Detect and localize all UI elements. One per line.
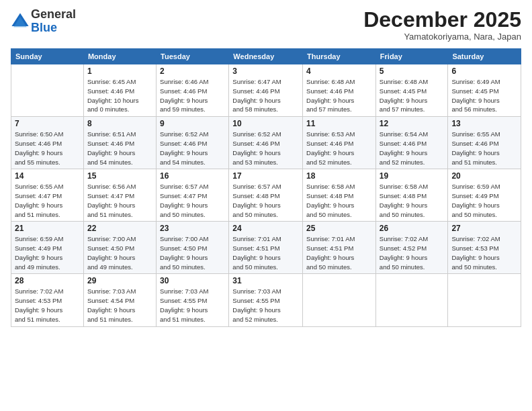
day-number: 24 bbox=[232, 224, 299, 233]
header-tuesday: Tuesday bbox=[157, 49, 229, 64]
calendar-cell: 17Sunrise: 6:57 AMSunset: 4:48 PMDayligh… bbox=[229, 169, 303, 222]
calendar-cell: 31Sunrise: 7:03 AMSunset: 4:55 PMDayligh… bbox=[229, 274, 303, 326]
header: General Blue December 2025 Yamatokoriyam… bbox=[11, 8, 521, 42]
day-number: 3 bbox=[232, 66, 299, 76]
calendar-cell: 6Sunrise: 6:49 AMSunset: 4:45 PMDaylight… bbox=[448, 64, 521, 117]
day-info: Sunrise: 7:00 AMSunset: 4:50 PMDaylight:… bbox=[87, 234, 152, 271]
day-info: Sunrise: 6:58 AMSunset: 4:48 PMDaylight:… bbox=[306, 182, 372, 219]
calendar-cell: 25Sunrise: 7:01 AMSunset: 4:51 PMDayligh… bbox=[303, 222, 376, 274]
calendar-cell: 28Sunrise: 7:02 AMSunset: 4:53 PMDayligh… bbox=[11, 274, 84, 326]
header-friday: Friday bbox=[375, 49, 448, 64]
day-info: Sunrise: 6:55 AMSunset: 4:46 PMDaylight:… bbox=[451, 130, 517, 167]
logo-icon bbox=[11, 12, 30, 31]
calendar-week-0: 1Sunrise: 6:45 AMSunset: 4:46 PMDaylight… bbox=[11, 64, 521, 117]
day-number: 30 bbox=[160, 276, 225, 285]
calendar-cell: 4Sunrise: 6:48 AMSunset: 4:46 PMDaylight… bbox=[303, 64, 376, 117]
calendar-cell: 18Sunrise: 6:58 AMSunset: 4:48 PMDayligh… bbox=[303, 169, 376, 222]
calendar-cell bbox=[303, 274, 376, 326]
day-number: 31 bbox=[232, 276, 299, 285]
calendar-cell: 27Sunrise: 7:02 AMSunset: 4:53 PMDayligh… bbox=[448, 222, 521, 274]
header-sunday: Sunday bbox=[11, 49, 84, 64]
calendar-cell: 1Sunrise: 6:45 AMSunset: 4:46 PMDaylight… bbox=[83, 64, 156, 117]
calendar-cell: 3Sunrise: 6:47 AMSunset: 4:46 PMDaylight… bbox=[229, 64, 303, 117]
day-info: Sunrise: 6:57 AMSunset: 4:47 PMDaylight:… bbox=[160, 182, 225, 219]
day-number: 22 bbox=[87, 224, 152, 233]
day-info: Sunrise: 6:48 AMSunset: 4:45 PMDaylight:… bbox=[380, 77, 445, 114]
header-saturday: Saturday bbox=[448, 49, 521, 64]
day-info: Sunrise: 6:52 AMSunset: 4:46 PMDaylight:… bbox=[160, 130, 225, 167]
day-number: 15 bbox=[87, 171, 152, 181]
day-info: Sunrise: 6:48 AMSunset: 4:46 PMDaylight:… bbox=[306, 77, 372, 114]
calendar-cell: 30Sunrise: 7:03 AMSunset: 4:55 PMDayligh… bbox=[157, 274, 229, 326]
day-info: Sunrise: 6:46 AMSunset: 4:46 PMDaylight:… bbox=[160, 77, 225, 114]
logo: General Blue bbox=[11, 8, 76, 35]
calendar-cell: 2Sunrise: 6:46 AMSunset: 4:46 PMDaylight… bbox=[157, 64, 229, 117]
header-wednesday: Wednesday bbox=[229, 49, 303, 64]
day-number: 23 bbox=[160, 224, 225, 233]
day-info: Sunrise: 6:47 AMSunset: 4:46 PMDaylight:… bbox=[232, 77, 299, 114]
day-number: 5 bbox=[380, 66, 445, 76]
day-info: Sunrise: 6:45 AMSunset: 4:46 PMDaylight:… bbox=[87, 77, 152, 114]
day-info: Sunrise: 6:55 AMSunset: 4:47 PMDaylight:… bbox=[15, 182, 80, 219]
calendar-week-1: 7Sunrise: 6:50 AMSunset: 4:46 PMDaylight… bbox=[11, 117, 521, 169]
day-number: 6 bbox=[451, 66, 517, 76]
title-block: December 2025 Yamatokoriyama, Nara, Japa… bbox=[363, 8, 521, 42]
calendar-cell: 16Sunrise: 6:57 AMSunset: 4:47 PMDayligh… bbox=[157, 169, 229, 222]
day-info: Sunrise: 7:03 AMSunset: 4:55 PMDaylight:… bbox=[160, 287, 225, 324]
logo-text: General Blue bbox=[31, 8, 76, 35]
day-info: Sunrise: 7:00 AMSunset: 4:50 PMDaylight:… bbox=[160, 234, 225, 271]
calendar-table: Sunday Monday Tuesday Wednesday Thursday… bbox=[11, 48, 521, 326]
subtitle: Yamatokoriyama, Nara, Japan bbox=[363, 32, 521, 42]
calendar-cell: 11Sunrise: 6:53 AMSunset: 4:46 PMDayligh… bbox=[303, 117, 376, 169]
calendar-cell: 15Sunrise: 6:56 AMSunset: 4:47 PMDayligh… bbox=[83, 169, 156, 222]
day-info: Sunrise: 7:03 AMSunset: 4:55 PMDaylight:… bbox=[232, 287, 299, 324]
day-info: Sunrise: 7:02 AMSunset: 4:53 PMDaylight:… bbox=[451, 234, 517, 271]
day-number: 25 bbox=[306, 224, 372, 233]
day-number: 13 bbox=[451, 119, 517, 128]
day-info: Sunrise: 6:56 AMSunset: 4:47 PMDaylight:… bbox=[87, 182, 152, 219]
day-number: 28 bbox=[15, 276, 80, 285]
day-number: 27 bbox=[451, 224, 517, 233]
day-number: 14 bbox=[15, 171, 80, 181]
day-number: 17 bbox=[232, 171, 299, 181]
calendar-cell: 22Sunrise: 7:00 AMSunset: 4:50 PMDayligh… bbox=[83, 222, 156, 274]
calendar-cell: 21Sunrise: 6:59 AMSunset: 4:49 PMDayligh… bbox=[11, 222, 84, 274]
day-number: 9 bbox=[160, 119, 225, 128]
day-number: 1 bbox=[87, 66, 152, 76]
day-number: 2 bbox=[160, 66, 225, 76]
day-number: 11 bbox=[306, 119, 372, 128]
day-number: 26 bbox=[380, 224, 445, 233]
calendar-cell: 8Sunrise: 6:51 AMSunset: 4:46 PMDaylight… bbox=[83, 117, 156, 169]
page: General Blue December 2025 Yamatokoriyam… bbox=[0, 0, 532, 411]
calendar-cell: 23Sunrise: 7:00 AMSunset: 4:50 PMDayligh… bbox=[157, 222, 229, 274]
day-info: Sunrise: 6:50 AMSunset: 4:46 PMDaylight:… bbox=[15, 130, 80, 167]
calendar-cell: 29Sunrise: 7:03 AMSunset: 4:54 PMDayligh… bbox=[83, 274, 156, 326]
calendar-cell bbox=[11, 64, 84, 117]
calendar-cell: 13Sunrise: 6:55 AMSunset: 4:46 PMDayligh… bbox=[448, 117, 521, 169]
day-info: Sunrise: 6:53 AMSunset: 4:46 PMDaylight:… bbox=[306, 130, 372, 167]
day-info: Sunrise: 6:49 AMSunset: 4:45 PMDaylight:… bbox=[451, 77, 517, 114]
day-info: Sunrise: 6:58 AMSunset: 4:48 PMDaylight:… bbox=[380, 182, 445, 219]
calendar-cell bbox=[448, 274, 521, 326]
logo-general: General bbox=[31, 7, 76, 21]
calendar-cell: 24Sunrise: 7:01 AMSunset: 4:51 PMDayligh… bbox=[229, 222, 303, 274]
calendar-cell: 12Sunrise: 6:54 AMSunset: 4:46 PMDayligh… bbox=[375, 117, 448, 169]
day-number: 4 bbox=[306, 66, 372, 76]
calendar-cell: 5Sunrise: 6:48 AMSunset: 4:45 PMDaylight… bbox=[375, 64, 448, 117]
day-number: 29 bbox=[87, 276, 152, 285]
day-info: Sunrise: 6:51 AMSunset: 4:46 PMDaylight:… bbox=[87, 130, 152, 167]
day-number: 19 bbox=[380, 171, 445, 181]
calendar-week-4: 28Sunrise: 7:02 AMSunset: 4:53 PMDayligh… bbox=[11, 274, 521, 326]
calendar-cell: 7Sunrise: 6:50 AMSunset: 4:46 PMDaylight… bbox=[11, 117, 84, 169]
logo-blue: Blue bbox=[31, 21, 57, 34]
calendar-cell: 19Sunrise: 6:58 AMSunset: 4:48 PMDayligh… bbox=[375, 169, 448, 222]
day-info: Sunrise: 6:52 AMSunset: 4:46 PMDaylight:… bbox=[232, 130, 299, 167]
day-number: 21 bbox=[15, 224, 80, 233]
calendar-cell: 9Sunrise: 6:52 AMSunset: 4:46 PMDaylight… bbox=[157, 117, 229, 169]
day-info: Sunrise: 7:03 AMSunset: 4:54 PMDaylight:… bbox=[87, 287, 152, 324]
calendar-week-3: 21Sunrise: 6:59 AMSunset: 4:49 PMDayligh… bbox=[11, 222, 521, 274]
day-info: Sunrise: 6:57 AMSunset: 4:48 PMDaylight:… bbox=[232, 182, 299, 219]
calendar-cell: 20Sunrise: 6:59 AMSunset: 4:49 PMDayligh… bbox=[448, 169, 521, 222]
day-info: Sunrise: 7:02 AMSunset: 4:52 PMDaylight:… bbox=[380, 234, 445, 271]
day-info: Sunrise: 7:01 AMSunset: 4:51 PMDaylight:… bbox=[232, 234, 299, 271]
